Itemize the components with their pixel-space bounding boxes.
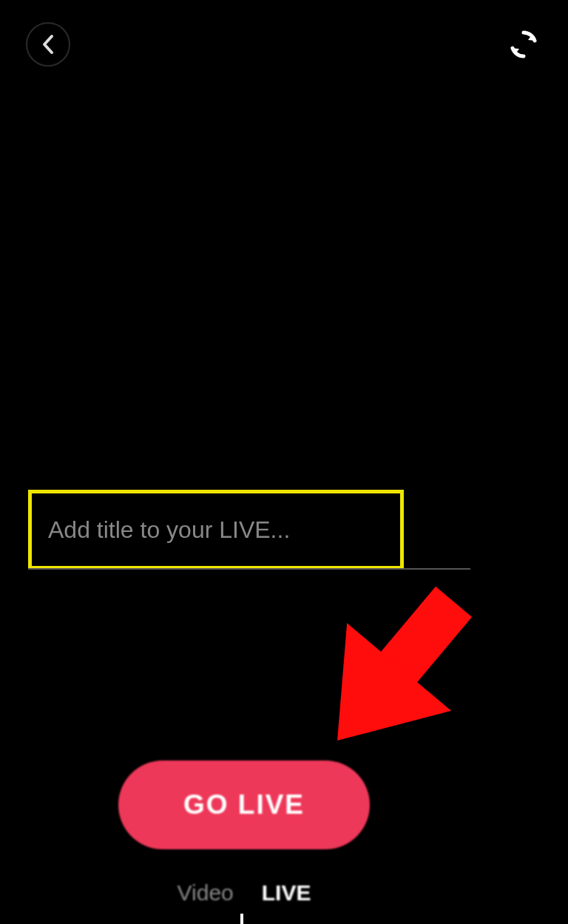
live-title-input[interactable]: [32, 516, 400, 544]
flip-camera-button[interactable]: [505, 26, 542, 63]
svg-rect-0: [376, 587, 472, 688]
tab-video[interactable]: Video: [178, 880, 234, 906]
title-input-underline: [28, 568, 470, 570]
go-live-label: GO LIVE: [183, 789, 305, 820]
go-live-button[interactable]: GO LIVE: [118, 761, 370, 849]
header: [0, 0, 568, 89]
tab-live[interactable]: LIVE: [262, 880, 311, 906]
back-button[interactable]: [26, 22, 70, 67]
title-input-highlight: [28, 490, 404, 570]
chevron-left-icon: [41, 34, 55, 55]
mode-tabs: Video LIVE: [0, 880, 488, 906]
refresh-icon: [507, 28, 540, 61]
tab-indicator: [240, 914, 243, 924]
